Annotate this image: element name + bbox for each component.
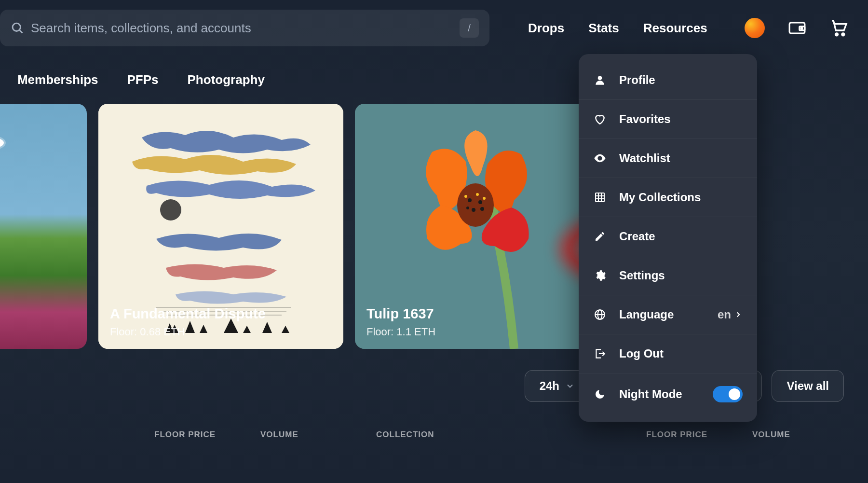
menu-night-mode[interactable]: Night Mode: [579, 373, 757, 415]
category-tab-photography[interactable]: Photography: [188, 72, 265, 87]
svg-point-22: [598, 76, 602, 80]
th-floor-price-2: FLOOR PRICE: [646, 430, 752, 440]
pencil-icon: [593, 230, 607, 243]
person-icon: [593, 73, 607, 87]
svg-point-13: [457, 183, 494, 227]
collection-card[interactable]: ns: [0, 104, 87, 349]
svg-point-18: [466, 207, 469, 209]
menu-watchlist[interactable]: Watchlist: [579, 138, 757, 178]
menu-create[interactable]: Create: [579, 217, 757, 256]
cart-icon[interactable]: [829, 18, 849, 38]
nav-stats[interactable]: Stats: [588, 21, 619, 36]
collection-card[interactable]: Tulip 1637 Floor: 1.1 ETH: [355, 104, 600, 349]
category-tab-memberships[interactable]: Memberships: [17, 72, 98, 87]
svg-point-4: [801, 28, 802, 29]
header: / Drops Stats Resources: [0, 0, 868, 56]
menu-language-value: en: [718, 308, 743, 321]
menu-settings[interactable]: Settings: [579, 256, 757, 295]
search-input[interactable]: [31, 21, 453, 36]
th-floor-price: FLOOR PRICE: [154, 430, 260, 440]
svg-point-20: [483, 197, 486, 200]
avatar[interactable]: [745, 18, 765, 38]
night-mode-toggle[interactable]: [713, 386, 743, 402]
menu-log-out[interactable]: Log Out: [579, 334, 757, 373]
heart-icon: [593, 112, 607, 126]
card-floor: Floor: 1.1 ETH: [366, 326, 588, 338]
header-actions: [745, 18, 849, 38]
moon-icon: [593, 387, 607, 401]
svg-point-16: [472, 208, 475, 212]
logout-icon: [593, 347, 607, 360]
menu-label: My Collections: [619, 191, 701, 204]
card-title: Tulip 1637: [366, 306, 588, 322]
globe-icon: [593, 308, 607, 321]
svg-point-15: [478, 200, 482, 204]
svg-point-14: [468, 198, 472, 202]
th-collection: COLLECTION: [376, 430, 646, 440]
menu-label: Favorites: [619, 112, 671, 126]
menu-label: Night Mode: [619, 387, 682, 401]
svg-point-21: [476, 193, 479, 196]
menu-favorites[interactable]: Favorites: [579, 99, 757, 138]
chevron-right-icon: [734, 310, 743, 319]
nav-links: Drops Stats Resources: [528, 21, 707, 36]
svg-point-5: [836, 33, 838, 36]
menu-profile[interactable]: Profile: [579, 61, 757, 99]
user-dropdown-menu: Profile Favorites Watchlist My Collectio…: [579, 54, 757, 422]
svg-point-19: [464, 195, 467, 198]
menu-language[interactable]: Language en: [579, 295, 757, 334]
search-shortcut-badge: /: [460, 18, 479, 38]
menu-label: Language: [619, 308, 674, 321]
menu-label: Create: [619, 230, 655, 243]
svg-point-0: [13, 23, 20, 31]
svg-point-17: [480, 207, 484, 211]
nav-drops[interactable]: Drops: [528, 21, 564, 36]
svg-line-1: [20, 30, 23, 33]
th-volume: VOLUME: [260, 430, 376, 440]
search-icon: [11, 21, 24, 35]
card-floor: Floor: 0.68 ETH: [110, 326, 332, 338]
collection-card[interactable]: A Fundamental Dispute Floor: 0.68 ETH: [98, 104, 343, 349]
card-overlay: A Fundamental Dispute Floor: 0.68 ETH: [98, 293, 343, 349]
category-tab-pfps[interactable]: PFPs: [127, 72, 159, 87]
menu-label: Watchlist: [619, 152, 670, 165]
nav-resources[interactable]: Resources: [643, 21, 707, 36]
gear-icon: [593, 269, 607, 282]
svg-point-6: [842, 33, 844, 36]
wallet-icon[interactable]: [788, 19, 806, 37]
menu-label: Log Out: [619, 347, 664, 360]
card-overlay: ns: [0, 306, 87, 349]
card-title: A Fundamental Dispute: [110, 306, 332, 322]
view-all-label: View all: [787, 379, 829, 393]
menu-my-collections[interactable]: My Collections: [579, 178, 757, 217]
timeframe-label: 24h: [540, 379, 559, 393]
svg-rect-24: [596, 193, 604, 202]
menu-label: Settings: [619, 269, 665, 282]
card-overlay: Tulip 1637 Floor: 1.1 ETH: [355, 293, 600, 349]
eye-icon: [593, 152, 607, 165]
view-all-button[interactable]: View all: [772, 370, 844, 402]
menu-label: Profile: [619, 73, 655, 87]
chevron-down-icon: [565, 381, 575, 391]
card-title: ns: [0, 318, 75, 334]
th-volume-2: VOLUME: [752, 430, 829, 440]
svg-point-23: [599, 157, 601, 160]
search-box[interactable]: /: [0, 10, 489, 46]
grid-icon: [593, 191, 607, 204]
